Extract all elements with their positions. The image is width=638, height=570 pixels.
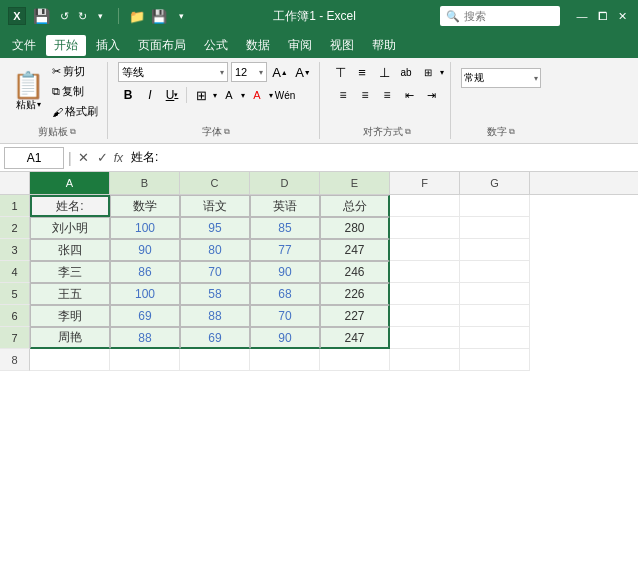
- cell-g1[interactable]: [460, 195, 530, 217]
- cell-d2[interactable]: 85: [250, 217, 320, 239]
- merge-chevron[interactable]: ▾: [440, 68, 444, 77]
- save-button[interactable]: 💾: [32, 7, 50, 25]
- border-button[interactable]: ⊞: [191, 85, 211, 105]
- fill-color-button[interactable]: A: [219, 85, 239, 105]
- cell-a1[interactable]: 姓名:: [30, 195, 110, 217]
- cell-f3[interactable]: [390, 239, 460, 261]
- clipboard-expand-icon[interactable]: ⧉: [70, 127, 76, 137]
- cell-g2[interactable]: [460, 217, 530, 239]
- number-expand-icon[interactable]: ⧉: [509, 127, 515, 137]
- row-num-2[interactable]: 2: [0, 217, 30, 239]
- menu-help[interactable]: 帮助: [364, 35, 404, 56]
- undo-button[interactable]: ↺: [56, 8, 72, 24]
- bold-button[interactable]: B: [118, 85, 138, 105]
- cell-c3[interactable]: 80: [180, 239, 250, 261]
- row-num-1[interactable]: 1: [0, 195, 30, 217]
- col-header-g[interactable]: G: [460, 172, 530, 194]
- cell-a8[interactable]: [30, 349, 110, 371]
- cell-c5[interactable]: 58: [180, 283, 250, 305]
- superscript-button[interactable]: Wén: [275, 85, 295, 105]
- cell-d1[interactable]: 英语: [250, 195, 320, 217]
- cell-f1[interactable]: [390, 195, 460, 217]
- align-middle-button[interactable]: ≡: [352, 62, 372, 82]
- menu-formulas[interactable]: 公式: [196, 35, 236, 56]
- decrease-font-button[interactable]: A▼: [293, 62, 313, 82]
- close-button[interactable]: ✕: [614, 8, 630, 24]
- align-left-button[interactable]: ≡: [333, 85, 353, 105]
- redo-button[interactable]: ↻: [74, 8, 90, 24]
- col-header-e[interactable]: E: [320, 172, 390, 194]
- align-bottom-button[interactable]: ⊥: [374, 62, 394, 82]
- copy-button[interactable]: ⧉ 复制: [49, 83, 101, 100]
- menu-review[interactable]: 审阅: [280, 35, 320, 56]
- alignment-expand-icon[interactable]: ⧉: [405, 127, 411, 137]
- cell-f6[interactable]: [390, 305, 460, 327]
- menu-insert[interactable]: 插入: [88, 35, 128, 56]
- increase-font-button[interactable]: A▲: [270, 62, 290, 82]
- customize-btn[interactable]: ▾: [92, 8, 108, 24]
- search-box[interactable]: 🔍: [440, 6, 560, 26]
- cell-b1[interactable]: 数学: [110, 195, 180, 217]
- wrap-text-button[interactable]: ab: [396, 62, 416, 82]
- customize-qat[interactable]: ▾: [173, 8, 189, 24]
- row-num-6[interactable]: 6: [0, 305, 30, 327]
- font-expand-icon[interactable]: ⧉: [224, 127, 230, 137]
- format-painter-button[interactable]: 🖌 格式刷: [49, 103, 101, 120]
- cell-g4[interactable]: [460, 261, 530, 283]
- font-color-chevron[interactable]: ▾: [269, 91, 273, 100]
- cell-e3[interactable]: 247: [320, 239, 390, 261]
- cell-d6[interactable]: 70: [250, 305, 320, 327]
- formula-confirm-button[interactable]: ✓: [95, 150, 110, 165]
- merge-button[interactable]: ⊞: [418, 62, 438, 82]
- toolbar-btn1[interactable]: 📁: [129, 8, 145, 24]
- paste-button[interactable]: 📋 粘贴▾: [12, 72, 44, 112]
- menu-data[interactable]: 数据: [238, 35, 278, 56]
- fill-chevron[interactable]: ▾: [241, 91, 245, 100]
- cell-g8[interactable]: [460, 349, 530, 371]
- col-header-d[interactable]: D: [250, 172, 320, 194]
- row-num-7[interactable]: 7: [0, 327, 30, 349]
- cell-c7[interactable]: 69: [180, 327, 250, 349]
- number-format-select[interactable]: 常规 ▾: [461, 68, 541, 88]
- cell-b4[interactable]: 86: [110, 261, 180, 283]
- cell-f7[interactable]: [390, 327, 460, 349]
- cell-d3[interactable]: 77: [250, 239, 320, 261]
- toolbar-btn2[interactable]: 💾: [151, 8, 167, 24]
- menu-view[interactable]: 视图: [322, 35, 362, 56]
- font-size-select[interactable]: 12 ▾: [231, 62, 267, 82]
- cell-e4[interactable]: 246: [320, 261, 390, 283]
- cell-d4[interactable]: 90: [250, 261, 320, 283]
- align-center-button[interactable]: ≡: [355, 85, 375, 105]
- menu-home[interactable]: 开始: [46, 35, 86, 56]
- cell-f2[interactable]: [390, 217, 460, 239]
- menu-layout[interactable]: 页面布局: [130, 35, 194, 56]
- cell-g7[interactable]: [460, 327, 530, 349]
- cell-a6[interactable]: 李明: [30, 305, 110, 327]
- cell-e1[interactable]: 总分: [320, 195, 390, 217]
- cell-g3[interactable]: [460, 239, 530, 261]
- cell-e5[interactable]: 226: [320, 283, 390, 305]
- italic-button[interactable]: I: [140, 85, 160, 105]
- cell-g5[interactable]: [460, 283, 530, 305]
- cell-a5[interactable]: 王五: [30, 283, 110, 305]
- col-header-b[interactable]: B: [110, 172, 180, 194]
- search-input[interactable]: [464, 10, 554, 22]
- cell-e6[interactable]: 227: [320, 305, 390, 327]
- cell-d7[interactable]: 90: [250, 327, 320, 349]
- align-top-button[interactable]: ⊤: [330, 62, 350, 82]
- col-header-f[interactable]: F: [390, 172, 460, 194]
- cell-b8[interactable]: [110, 349, 180, 371]
- cell-g6[interactable]: [460, 305, 530, 327]
- cell-b5[interactable]: 100: [110, 283, 180, 305]
- col-header-c[interactable]: C: [180, 172, 250, 194]
- cell-b3[interactable]: 90: [110, 239, 180, 261]
- cell-e8[interactable]: [320, 349, 390, 371]
- cell-a7[interactable]: 周艳: [30, 327, 110, 349]
- cell-b6[interactable]: 69: [110, 305, 180, 327]
- cell-b7[interactable]: 88: [110, 327, 180, 349]
- underline-button[interactable]: U ▾: [162, 85, 182, 105]
- cell-d8[interactable]: [250, 349, 320, 371]
- cell-f8[interactable]: [390, 349, 460, 371]
- border-chevron[interactable]: ▾: [213, 91, 217, 100]
- decrease-indent-button[interactable]: ⇤: [399, 85, 419, 105]
